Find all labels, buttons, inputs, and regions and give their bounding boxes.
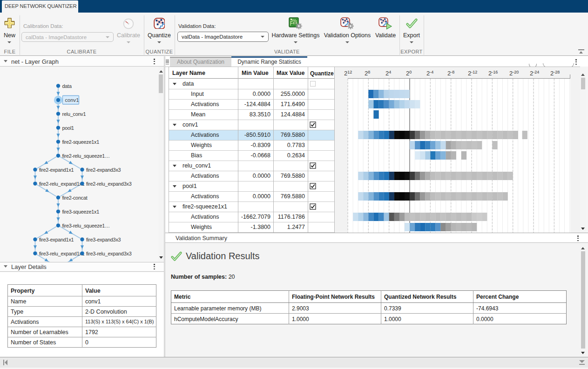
svg-text:fire2-relu_expand1x1: fire2-relu_expand1x1 (39, 181, 85, 187)
svg-text:conv1: conv1 (65, 97, 79, 103)
svg-text:fire2-expand1x1: fire2-expand1x1 (39, 167, 74, 173)
svg-text:fire3-expand1x1: fire3-expand1x1 (39, 237, 74, 242)
svg-text:fire2-concat: fire2-concat (62, 195, 88, 201)
svg-text:fire3-relu_expand3x3: fire3-relu_expand3x3 (86, 251, 132, 256)
svg-text:fire3-relu_squeeze1…: fire3-relu_squeeze1… (62, 223, 110, 228)
svg-text:fire3-relu_expand1x1: fire3-relu_expand1x1 (39, 251, 85, 256)
svg-text:fire3-squeeze1x1: fire3-squeeze1x1 (62, 209, 100, 215)
svg-text:fire2-relu_expand3x3: fire2-relu_expand3x3 (86, 181, 132, 187)
svg-text:fire2-relu_squeeze1…: fire2-relu_squeeze1… (62, 153, 110, 159)
svg-text:fire3-expand3x3: fire3-expand3x3 (86, 237, 121, 242)
svg-text:data: data (62, 83, 72, 89)
svg-text:fire2-squeeze1x1: fire2-squeeze1x1 (62, 139, 100, 145)
svg-text:relu_conv1: relu_conv1 (62, 111, 86, 117)
svg-text:pool1: pool1 (62, 125, 74, 131)
svg-text:fire2-expand3x3: fire2-expand3x3 (86, 167, 121, 173)
